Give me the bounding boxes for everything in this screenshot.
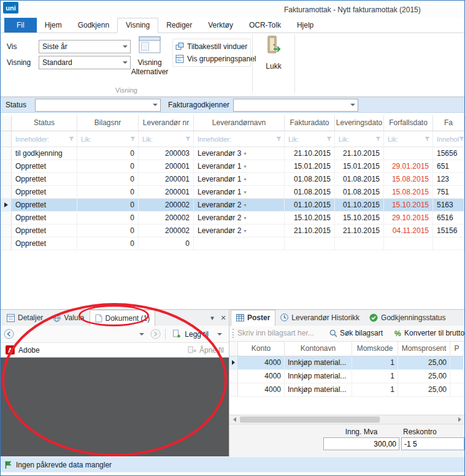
filter-funnel-icon[interactable]: [459, 136, 464, 142]
open-file-button[interactable]: Åpne fil: [188, 346, 224, 355]
scrollbar-thumb[interactable]: [240, 416, 380, 423]
poster-cell-r0c3: 25,00: [398, 356, 450, 370]
back-button[interactable]: [4, 329, 14, 339]
filter-operator-label: Inneholder:: [15, 136, 49, 143]
tab-godkjenn[interactable]: Godkjenn: [70, 18, 117, 33]
poster-column-header-4[interactable]: P: [450, 342, 464, 356]
tab-valuta[interactable]: Valuta: [48, 310, 89, 326]
status-message: Ingen påkrevde data mangler: [16, 461, 112, 469]
horizontal-scrollbar[interactable]: [229, 415, 464, 424]
visning-alternativer-button[interactable]: Visning Alternativer: [128, 36, 171, 92]
invoice-cell-r4c2: 200002: [139, 199, 194, 212]
vis-dropdown[interactable]: Siste år: [39, 40, 131, 53]
poster-column-header-0[interactable]: Konto: [238, 342, 285, 356]
filter-funnel-icon[interactable]: [185, 136, 191, 142]
tab-dokument[interactable]: Dokument (1): [90, 310, 156, 326]
sok-bilagsart-button[interactable]: Søk bilagsart: [329, 329, 383, 337]
invoice-cell-r6c0: Opprettet: [12, 225, 77, 237]
panel-close-icon[interactable]: ✕: [218, 310, 229, 326]
tab-verktoy[interactable]: Verktøy: [200, 18, 241, 33]
invoice-column-header-2[interactable]: Leverandør nr: [139, 115, 194, 131]
filter-funnel-icon[interactable]: [425, 136, 430, 142]
cell-value: Leverandør 1: [198, 162, 241, 171]
filter-funnel-icon[interactable]: [276, 136, 282, 142]
tab-detaljer[interactable]: Detaljer: [2, 310, 48, 326]
cell-value: 200001: [165, 188, 190, 196]
scroll-right-button[interactable]: [455, 415, 464, 424]
invoice-column-header-5[interactable]: Leveringsdato: [335, 115, 384, 131]
invoice-row-5[interactable]: Opprettet0200002Leverandør 2▾15.10.20151…: [1, 212, 464, 225]
invoice-filter-cell-6[interactable]: Lik:: [384, 131, 433, 147]
poster-column-header-2[interactable]: Momskode: [352, 342, 398, 356]
filter-funnel-icon[interactable]: [130, 136, 136, 142]
invoice-cell-r1c4: 15.01.2015: [285, 160, 335, 173]
fakturagodkjenner-filter-dropdown[interactable]: [233, 99, 358, 112]
invoice-filter-cell-7[interactable]: Innehol: [433, 131, 464, 147]
invoice-filter-cell-3[interactable]: Inneholder:: [194, 131, 285, 147]
invoice-filter-cell-0[interactable]: Inneholder:: [12, 131, 77, 147]
document-nav-dropdown[interactable]: [17, 328, 148, 340]
filter-funnel-icon[interactable]: [69, 136, 74, 142]
vis-grupperingspanel-button[interactable]: Vis grupperingspanel: [175, 53, 248, 65]
scrollbar-track[interactable]: [239, 415, 455, 424]
legg-til-dropdown-chevron[interactable]: [213, 333, 226, 336]
tab-leverandor-historikk[interactable]: Leverandør Historikk: [275, 310, 364, 326]
invoice-cell-r2c3: Leverandør 1▾: [194, 173, 285, 186]
lukk-button[interactable]: Lukk: [254, 35, 293, 93]
bilagsart-search-input[interactable]: [237, 329, 318, 337]
tab-hjem[interactable]: Hjem: [37, 18, 70, 33]
tab-rediger[interactable]: Rediger: [158, 18, 200, 33]
konverter-til-brutto-button[interactable]: % Konverter til brutto: [394, 329, 464, 337]
panel-menu-chevron-icon[interactable]: ▾: [207, 310, 218, 326]
visning-dropdown[interactable]: Standard: [39, 56, 131, 69]
invoice-row-0[interactable]: til godkjenning0200003Leverandør 3▾21.10…: [1, 147, 464, 160]
invoice-filter-cell-5[interactable]: Lik:: [335, 131, 384, 147]
poster-row-2[interactable]: 4000Innkjøp material...125,00: [229, 383, 464, 397]
invoice-column-header-4[interactable]: Fakturadato: [285, 115, 335, 131]
tab-godkjenningsstatus[interactable]: Godkjenningsstatus: [364, 310, 450, 326]
invoice-column-header-1[interactable]: Bilagsnr: [77, 115, 139, 131]
tab-dokument-label: Dokument (1): [106, 314, 150, 323]
invoice-row-4[interactable]: Opprettet0200002Leverandør 2▾01.10.20150…: [1, 199, 464, 212]
tab-visning[interactable]: Visning: [117, 18, 158, 33]
invoice-row-1[interactable]: Opprettet0200001Leverandør 1▾15.01.20151…: [1, 160, 464, 173]
pdf-viewer-area[interactable]: [1, 358, 229, 456]
invoice-row-2[interactable]: Opprettet0200001Leverandør 1▾01.08.20150…: [1, 173, 464, 186]
scroll-left-button[interactable]: [229, 415, 239, 424]
tilbakestill-vinduer-button[interactable]: Tilbakestill vinduer: [175, 40, 248, 53]
forward-button[interactable]: [150, 329, 161, 339]
invoice-row-7[interactable]: Opprettet00: [1, 237, 464, 250]
invoice-cell-r5c6: 29.10.2015: [384, 212, 433, 225]
invoice-column-header-0[interactable]: Status: [12, 115, 77, 131]
poster-column-header-3[interactable]: Momsprosent: [398, 342, 450, 356]
toolbar-grip[interactable]: [233, 329, 234, 338]
invoice-row-3[interactable]: Opprettet0200001Leverandør 1▾01.08.20150…: [1, 186, 464, 199]
poster-row-0[interactable]: 4000Innkjøp material...125,00: [229, 356, 464, 370]
cell-value: 21.10.2015: [343, 149, 380, 158]
invoice-filter-cell-1[interactable]: Lik:: [77, 131, 139, 147]
invoice-row-6[interactable]: Opprettet0200002Leverandør 2▾21.10.20152…: [1, 225, 464, 237]
tab-ocr-tolk[interactable]: OCR-Tolk: [241, 18, 289, 33]
filter-funnel-icon[interactable]: [375, 136, 381, 142]
invoice-filter-cell-4[interactable]: Lik:: [285, 131, 335, 147]
invoice-column-header-3[interactable]: Leverandørnavn: [194, 115, 285, 131]
visning-dropdown-value: Standard: [42, 58, 72, 67]
invoice-filter-cell-2[interactable]: Lik:: [139, 131, 194, 147]
cell-value: Opprettet: [15, 213, 46, 222]
tab-poster[interactable]: Poster: [231, 310, 275, 326]
invoice-column-header-6[interactable]: Forfallsdato: [384, 115, 433, 131]
filter-funnel-icon[interactable]: [326, 136, 332, 142]
tab-hjelp[interactable]: Hjelp: [289, 18, 321, 33]
document-file-row[interactable]: A Adobe Åpne fil: [1, 343, 229, 358]
status-filter-dropdown[interactable]: [35, 99, 161, 112]
legg-til-button[interactable]: Legg til: [170, 329, 211, 339]
tab-fil[interactable]: Fil: [4, 18, 37, 33]
poster-column-header-1[interactable]: Kontonavn: [285, 342, 352, 356]
inng-mva-input[interactable]: [323, 437, 399, 450]
invoice-cell-r1c7: 651: [433, 160, 464, 173]
reskontro-input[interactable]: [401, 437, 464, 450]
poster-row-1[interactable]: 4000Innkjøp material...125,00: [229, 370, 464, 383]
filter-operator-label: Lik:: [288, 136, 299, 143]
svg-text:A: A: [8, 347, 12, 354]
invoice-column-header-7[interactable]: Fa: [433, 115, 464, 131]
